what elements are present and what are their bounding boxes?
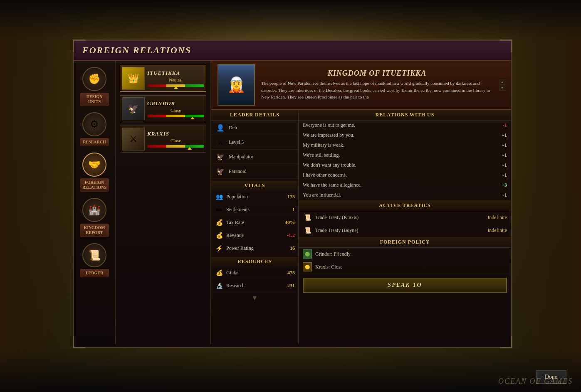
research-res-label: Research <box>226 283 285 289</box>
kingdom-report-icon: 🏰 <box>82 198 106 222</box>
speak-to-container: Speak To <box>299 274 511 297</box>
relation-row-2: My military is weak. +1 <box>299 141 511 150</box>
scroll-down-button[interactable]: ▼ <box>499 85 505 91</box>
leader-details-title: Leader Details <box>211 110 298 121</box>
policy-text-grindor: Grindor: Friendly <box>315 251 351 257</box>
sidebar-item-kingdom-report-label: Kingdom Report <box>80 224 109 237</box>
sidebar-item-research[interactable]: ⚙ Research <box>78 110 111 148</box>
relation-value-2: +1 <box>502 142 507 148</box>
relation-value-6: +3 <box>502 182 507 188</box>
settlements-icon: 🏘 <box>215 205 224 214</box>
left-nav: ✊ Design Units ⚙ Research 🤝 Foreign Rela… <box>74 61 116 344</box>
policy-icon-kraxis: 🟡 <box>303 262 312 271</box>
faction-bar-yellow <box>166 145 185 148</box>
gildar-label: Gildar <box>226 270 285 276</box>
faction-bar-kraxis <box>147 145 204 148</box>
treaty-icon-1: 📜 <box>303 226 312 235</box>
ledger-icon: 📜 <box>82 243 106 267</box>
relation-text-0: Everyone is out to get me. <box>303 122 503 128</box>
relation-text-5: I have other concerns. <box>303 172 502 178</box>
page-title: Foreign Relations <box>82 45 503 56</box>
relations-title: Relations With Us <box>299 110 511 121</box>
policy-icon-grindor: 🟢 <box>303 249 312 259</box>
faction-portrait-kraxis: ⚔ <box>122 128 145 150</box>
main-panel: Foreign Relations ✊ Design Units ⚙ Resea… <box>73 39 512 348</box>
kingdom-title: Kingdom of Ituetikka <box>261 69 493 78</box>
vital-row-population: 👥 Population 175 <box>211 190 298 203</box>
faction-item-kraxis[interactable]: ⚔ Kraxis Close <box>120 126 206 153</box>
foreign-policy-title: Foreign Policy <box>299 237 511 248</box>
faction-info-ituetikka: Ituetikka Neutral <box>147 67 204 90</box>
trait-name-level: Level 5 <box>229 139 244 145</box>
relation-text-4: We don't want any trouble. <box>303 162 502 168</box>
vitals-section: Vitals 👥 Population 175 🏘 Settlements 1 <box>211 179 298 257</box>
relation-row-3: We're still settling. +1 <box>299 150 511 160</box>
leader-trait-paranoid: 🦅 Paranoid <box>211 164 298 179</box>
bottom-panels: Leader Details 👤 Deb ⚔ Level 5 🦅 Manipul… <box>211 110 511 344</box>
vital-row-powerrating: ⚡ Power Rating 16 <box>211 242 298 255</box>
research-res-icon: 🔬 <box>215 281 224 290</box>
powerrating-icon: ⚡ <box>215 244 224 253</box>
faction-portrait-grindor: 🦅 <box>122 97 145 120</box>
kingdom-description: The people of New Pariden see themselves… <box>261 80 493 101</box>
sidebar-item-foreign-relations[interactable]: 🤝 Foreign Relations <box>78 150 111 194</box>
treaty-duration-0: Indefinite <box>487 214 507 221</box>
foreign-relations-icon: 🤝 <box>82 153 106 177</box>
policy-row-1: 🟡 Kraxis: Close <box>299 261 511 274</box>
sidebar-item-ledger[interactable]: 📜 Ledger <box>78 241 111 279</box>
faction-name-ituetikka: Ituetikka <box>147 70 204 76</box>
sidebar-item-foreign-relations-label: Foreign Relations <box>80 178 109 192</box>
relation-text-1: We are impressed by you. <box>303 132 502 138</box>
treaty-name-1: Trade Treaty (Boyne) <box>315 227 484 234</box>
active-treaties-title: Active Treaties <box>299 200 511 211</box>
leader-trait-manipulator: 🦅 Manipulator <box>211 150 298 164</box>
relation-row-5: I have other concerns. +1 <box>299 170 511 180</box>
trait-icon-manipulator: 🦅 <box>215 152 225 162</box>
sidebar-item-kingdom-report[interactable]: 🏰 Kingdom Report <box>78 196 111 239</box>
title-bar: Foreign Relations <box>74 41 511 61</box>
faction-bar-green <box>185 84 204 87</box>
treaty-row-0: 📜 Trade Treaty (Kraxis) Indefinite <box>299 211 511 224</box>
factions-list: 👑 Ituetikka Neutral 🦅 <box>116 61 211 344</box>
population-label: Population <box>226 194 285 200</box>
trait-name-deb: Deb <box>229 125 237 131</box>
leader-trait-deb: 👤 Deb <box>211 121 298 135</box>
faction-item-grindor[interactable]: 🦅 Grindor Close <box>120 95 206 122</box>
faction-marker <box>188 147 192 150</box>
faction-marker <box>190 117 195 119</box>
faction-status-grindor: Close <box>147 108 204 113</box>
taxrate-value: 40% <box>285 219 295 226</box>
gildar-icon: 💰 <box>215 268 224 277</box>
relation-value-7: +1 <box>502 192 507 198</box>
policy-row-0: 🟢 Grindor: Friendly <box>299 248 511 261</box>
speak-to-button[interactable]: Speak To <box>303 278 507 293</box>
kingdom-header: 🧝 Kingdom of Ituetikka The people of New… <box>211 61 511 110</box>
trait-icon-deb: 👤 <box>215 123 225 133</box>
treaty-row-1: 📜 Trade Treaty (Boyne) Indefinite <box>299 224 511 237</box>
vital-row-research: 🔬 Research 231 <box>211 279 298 292</box>
faction-bar-red <box>148 84 166 87</box>
population-icon: 👥 <box>215 192 224 201</box>
faction-item-ituetikka[interactable]: 👑 Ituetikka Neutral <box>120 65 206 92</box>
kingdom-scrollbar[interactable]: ▲ ▼ <box>499 79 505 91</box>
revenue-value: -1.2 <box>287 232 295 239</box>
vital-row-revenue: 💰 Revenue -1.2 <box>211 229 298 242</box>
settlements-label: Settlements <box>226 207 290 213</box>
revenue-label: Revenue <box>226 232 284 239</box>
scroll-up-button[interactable]: ▲ <box>499 79 505 85</box>
powerrating-label: Power Rating <box>226 245 287 251</box>
treaty-icon-0: 📜 <box>303 213 312 222</box>
relation-value-3: +1 <box>502 152 507 158</box>
faction-info-grindor: Grindor Close <box>147 97 204 120</box>
relation-row-1: We are impressed by you. +1 <box>299 131 511 141</box>
vital-row-gildar: 💰 Gildar 475 <box>211 266 298 279</box>
sidebar-item-research-label: Research <box>80 138 109 146</box>
sidebar-item-design-units[interactable]: ✊ Design Units <box>78 65 111 108</box>
relation-text-6: We have the same allegiance. <box>303 182 502 188</box>
leader-trait-level: ⚔ Level 5 <box>211 135 298 150</box>
leader-scroll-down[interactable]: ▼ <box>252 294 258 302</box>
faction-bar-ituetikka <box>147 84 204 87</box>
relations-panel: Relations With Us Everyone is out to get… <box>299 110 511 344</box>
faction-marker <box>174 86 178 89</box>
faction-name-grindor: Grindor <box>147 100 204 107</box>
